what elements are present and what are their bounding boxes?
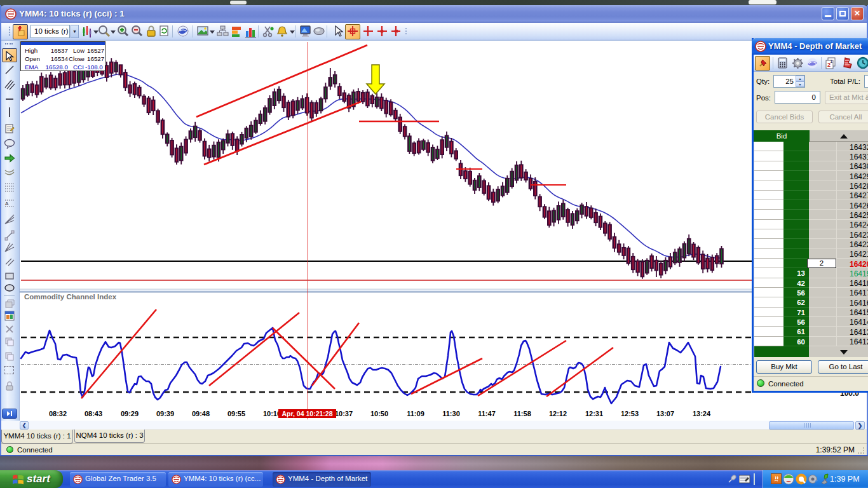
svg-text:A: A: [5, 201, 9, 207]
svg-text:Commodity Channel Index: Commodity Channel Index: [24, 293, 117, 301]
svg-text:1: 1: [830, 58, 833, 64]
